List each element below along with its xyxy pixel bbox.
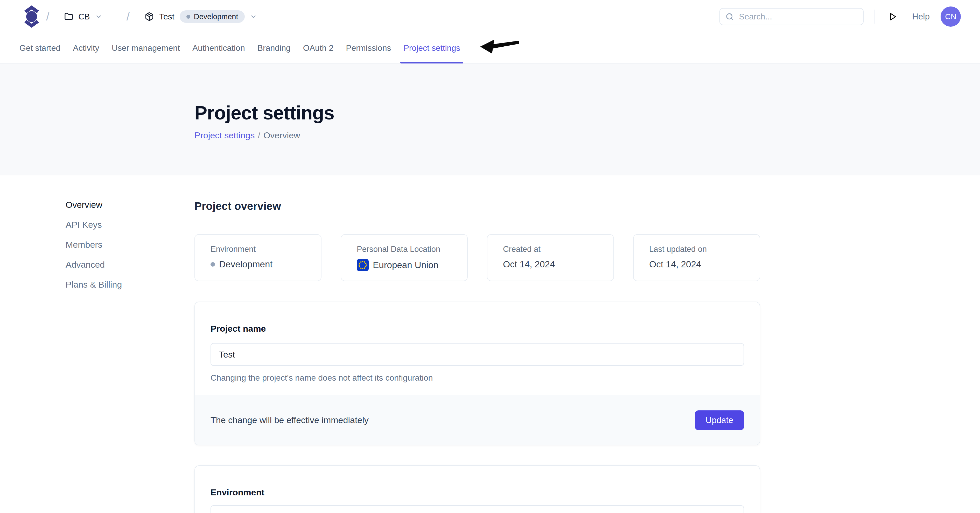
environment-select-value: Development [227, 512, 279, 513]
project-name: Test [159, 12, 175, 22]
project-name-helper: Changing the project's name does not aff… [210, 373, 744, 383]
project-breadcrumb[interactable]: Test Development [145, 10, 257, 23]
header-divider [874, 10, 875, 24]
project-name-input[interactable] [210, 343, 744, 366]
eu-flag-icon [357, 259, 369, 271]
environment-badge: Development [180, 10, 245, 23]
tab-get-started[interactable]: Get started [19, 33, 60, 63]
stat-value-text: Development [219, 259, 272, 270]
folder-icon [64, 12, 73, 21]
stat-value-text: European Union [373, 260, 438, 270]
sidebar-item-api-keys[interactable]: API Keys [65, 219, 122, 230]
stat-value: Oct 14, 2024 [503, 259, 613, 270]
chevron-down-icon [95, 13, 102, 20]
project-name-card: Project name Changing the project's name… [194, 302, 760, 445]
stat-label: Environment [210, 245, 321, 254]
update-button[interactable]: Update [695, 410, 744, 430]
avatar[interactable]: CN [940, 6, 961, 27]
stat-label: Personal Data Location [357, 245, 467, 254]
status-dot-icon [186, 15, 190, 19]
tab-activity[interactable]: Activity [73, 33, 99, 63]
sidebar-item-advanced[interactable]: Advanced [65, 259, 122, 270]
search-box[interactable] [719, 8, 864, 25]
environment-card: Environment Development [194, 465, 760, 513]
status-dot-icon [210, 262, 215, 267]
sidebar-item-plans-billing[interactable]: Plans & Billing [65, 279, 122, 290]
tab-user-management[interactable]: User management [112, 33, 180, 63]
play-icon[interactable] [888, 12, 897, 22]
project-name-card-footer: The change will be effective immediately… [195, 395, 760, 445]
breadcrumb-separator: / [127, 10, 130, 23]
environment-select[interactable]: Development [210, 505, 744, 513]
package-icon [145, 12, 154, 21]
footer-note: The change will be effective immediately [210, 415, 369, 425]
breadcrumb-current: Overview [263, 130, 300, 140]
breadcrumb-separator: / [258, 130, 260, 140]
environment-badge-label: Development [194, 13, 238, 21]
content-area: Overview API Keys Members Advanced Plans… [0, 175, 980, 513]
stat-value: European Union [357, 259, 467, 271]
stat-value-text: Oct 14, 2024 [503, 259, 555, 270]
search-icon [725, 13, 734, 21]
breadcrumb: Project settings / Overview [194, 130, 980, 140]
tab-authentication[interactable]: Authentication [192, 33, 245, 63]
stat-label: Last updated on [649, 245, 760, 254]
app-header: / CB / Test Development [0, 0, 980, 33]
stat-card-last-updated: Last updated on Oct 14, 2024 [633, 234, 760, 281]
sidebar-item-overview[interactable]: Overview [65, 200, 122, 210]
stat-card-environment: Environment Development [194, 234, 321, 281]
breadcrumb-separator: / [46, 10, 49, 23]
section-title: Project overview [194, 200, 760, 213]
stat-value-text: Oct 14, 2024 [649, 259, 701, 270]
tab-branding[interactable]: Branding [258, 33, 291, 63]
stat-value: Development [210, 259, 321, 270]
tab-oauth-2[interactable]: OAuth 2 [303, 33, 333, 63]
annotation-arrow-icon [480, 38, 519, 55]
stat-card-data-location: Personal Data Location [340, 234, 468, 281]
org-breadcrumb[interactable]: CB [64, 12, 102, 22]
org-name: CB [78, 12, 90, 22]
search-input[interactable] [738, 12, 858, 22]
tab-permissions[interactable]: Permissions [346, 33, 391, 63]
page-title: Project settings [194, 102, 980, 124]
project-name-card-title: Project name [210, 323, 744, 334]
sidebar-item-members[interactable]: Members [65, 240, 122, 250]
main-panel: Project overview Environment Development… [194, 175, 760, 513]
stats-row: Environment Development Personal Data Lo… [194, 234, 760, 281]
hanko-logo-icon[interactable] [24, 5, 40, 28]
settings-sidebar: Overview API Keys Members Advanced Plans… [65, 200, 122, 299]
environment-card-title: Environment [210, 487, 744, 497]
breadcrumb-link-project-settings[interactable]: Project settings [194, 130, 255, 140]
stat-value: Oct 14, 2024 [649, 259, 760, 270]
help-link[interactable]: Help [912, 12, 930, 22]
chevron-down-icon[interactable] [250, 13, 257, 20]
page-hero: Project settings Project settings / Over… [0, 64, 980, 175]
stat-card-created-at: Created at Oct 14, 2024 [487, 234, 614, 281]
stat-label: Created at [503, 245, 613, 254]
tab-project-settings[interactable]: Project settings [403, 33, 460, 63]
